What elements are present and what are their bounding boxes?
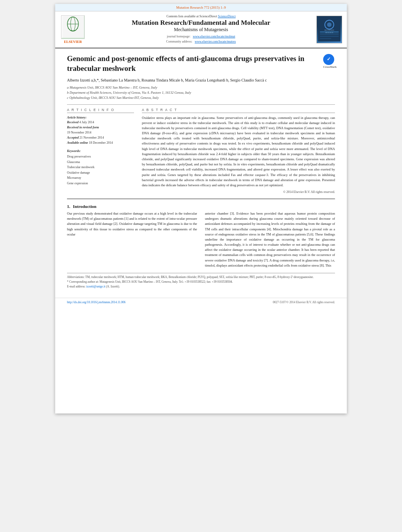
elsevier-logo: ELSEVIER xyxy=(59,15,87,44)
intro-columns: Our previous study demonstrated that oxi… xyxy=(67,211,335,268)
svg-rect-0 xyxy=(62,16,84,38)
keyword-1: Drug preservatives xyxy=(67,154,134,159)
sciencedirect-link[interactable]: ScienceDirect xyxy=(218,15,236,18)
abstract-col: A B S T R A C T Oxidative stress plays a… xyxy=(142,108,335,194)
authors: Alberto Izzotti a,b,*, Sebastiano La Mae… xyxy=(67,77,335,83)
keyword-6: Gene expression xyxy=(67,181,134,186)
keywords-block: Keywords: Drug preservatives Glaucoma Tr… xyxy=(67,148,134,186)
svg-rect-9 xyxy=(320,36,339,37)
community-url[interactable]: www.elsevier.com/locate/mutres xyxy=(195,40,236,43)
journal-title-block: Contents lists available at ScienceDirec… xyxy=(90,15,312,44)
intro-right-text: anterior chamber [3]. Evidence has been … xyxy=(205,211,335,268)
abstract-copyright: © 2014 Elsevier B.V. All rights reserved… xyxy=(142,190,335,194)
abstract-header: A B S T R A C T xyxy=(142,108,335,113)
affiliation-b: b Department of Health Sciences, Univers… xyxy=(67,90,335,95)
received-revised-date: 19 November 2014 xyxy=(67,131,91,134)
affiliations: a Mutagenesis Unit, IRCCS AOU San Martin… xyxy=(67,85,335,100)
keyword-2: Glaucoma xyxy=(67,159,134,165)
community-label: Community address: xyxy=(166,40,192,43)
keyword-5: Microarray xyxy=(67,175,134,181)
corresponding-note: * Corresponding author at: Mutagenesis U… xyxy=(67,280,335,284)
journal-name-sub: Mechanisms of Mutagenesis xyxy=(90,27,312,33)
homepage-label: journal homepage: xyxy=(167,35,190,38)
divider-1 xyxy=(67,104,335,105)
article-title-block: Genomic and post-genomic effects of anti… xyxy=(67,54,335,73)
email-link[interactable]: izzotti@unige.it xyxy=(86,285,105,288)
svg-rect-10 xyxy=(320,38,331,39)
keywords-title: Keywords: xyxy=(67,149,81,153)
intro-heading: Introduction xyxy=(73,204,97,209)
available-label: Available online xyxy=(67,141,89,145)
article-title-text: Genomic and post-genomic effects of anti… xyxy=(67,54,319,73)
journal-image-block: MUTATION RESEARCH xyxy=(315,15,343,44)
intro-title: 1. Introduction xyxy=(67,204,335,209)
accepted-label: Accepted xyxy=(67,136,80,139)
homepage-url[interactable]: www.elsevier.com/locate/molmut xyxy=(193,35,235,38)
crossmark: ✓ CrossMark xyxy=(323,54,335,69)
authors-text: Alberto Izzotti a,b,*, Sebastiano La Mae… xyxy=(67,78,267,82)
contents-text: Contents lists available at ScienceDirec… xyxy=(166,15,217,18)
journal-links: journal homepage: www.elsevier.com/locat… xyxy=(90,34,312,44)
keyword-4: Oxidative damage xyxy=(67,170,134,176)
received-revised-label: Received in revised form xyxy=(67,126,99,129)
intro-left-col: Our previous study demonstrated that oxi… xyxy=(67,211,197,268)
svg-text:RESEARCH: RESEARCH xyxy=(325,32,333,33)
intro-right-col: anterior chamber [3]. Evidence has been … xyxy=(205,211,335,268)
article-info-header: A R T I C L E I N F O xyxy=(67,108,134,113)
divider-2 xyxy=(67,198,335,199)
article-info-col: A R T I C L E I N F O Article history: R… xyxy=(67,108,134,194)
received-label: Received xyxy=(67,120,79,124)
journal-volume: Mutation Research 772 (2015) 1–9 xyxy=(176,6,226,9)
crossmark-icon: ✓ xyxy=(323,54,334,65)
page-footer: http://dx.doi.org/10.1016/j.mrfmmm.2014.… xyxy=(55,298,347,306)
journal-cover-image: MUTATION RESEARCH xyxy=(316,16,342,43)
top-bar: Mutation Research 772 (2015) 1–9 xyxy=(55,4,347,11)
info-abstract-section: A R T I C L E I N F O Article history: R… xyxy=(67,108,335,194)
elsevier-label: ELSEVIER xyxy=(64,40,82,44)
footnotes: Abbreviations: TM, trabecular meshwork; … xyxy=(67,273,335,289)
email-suffix: (A. Izzotti). xyxy=(106,285,120,288)
journal-header: ELSEVIER Contents lists available at Sci… xyxy=(55,11,347,48)
affiliation-c: c Ophthalmology Unit, IRCCS AOU San Mart… xyxy=(67,95,335,100)
keyword-3: Trabecular meshwork xyxy=(67,165,134,170)
article-body: Genomic and post-genomic effects of anti… xyxy=(55,48,347,295)
elsevier-logo-image xyxy=(61,15,85,39)
history-title: Article history: xyxy=(67,116,87,119)
available-date: 18 December 2014 xyxy=(89,141,113,145)
footer-issn: 0027-5107/© 2014 Elsevier B.V. All right… xyxy=(273,300,335,304)
affiliation-a: a Mutagenesis Unit, IRCCS AOU San Martin… xyxy=(67,85,335,90)
svg-point-6 xyxy=(327,22,331,27)
introduction-section: 1. Introduction Our previous study demon… xyxy=(67,204,335,268)
article-page: Mutation Research 772 (2015) 1–9 ELSEVIE… xyxy=(55,4,347,413)
svg-rect-8 xyxy=(320,34,339,35)
article-history: Article history: Received 4 July 2014 Re… xyxy=(67,115,134,146)
email-label: E-mail address: xyxy=(67,285,86,288)
abbreviations-note: Abbreviations: TM, trabecular meshwork; … xyxy=(67,275,335,280)
intro-left-text: Our previous study demonstrated that oxi… xyxy=(67,211,197,237)
received-date: 4 July 2014 xyxy=(79,120,94,124)
accepted-date: 21 November 2014 xyxy=(80,136,104,139)
intro-number: 1. xyxy=(67,204,70,209)
footer-doi[interactable]: http://dx.doi.org/10.1016/j.mrfmmm.2014.… xyxy=(67,300,126,304)
svg-text:MUTATION: MUTATION xyxy=(324,29,334,31)
email-note: E-mail address: izzotti@unige.it (A. Izz… xyxy=(67,284,335,289)
contents-line: Contents lists available at ScienceDirec… xyxy=(90,15,312,18)
corresponding-text: * Corresponding author at: Mutagenesis U… xyxy=(67,280,233,284)
journal-name-main: Mutation Research/Fundamental and Molecu… xyxy=(90,19,312,27)
abstract-text: Oxidative stress plays an important role… xyxy=(142,115,335,188)
